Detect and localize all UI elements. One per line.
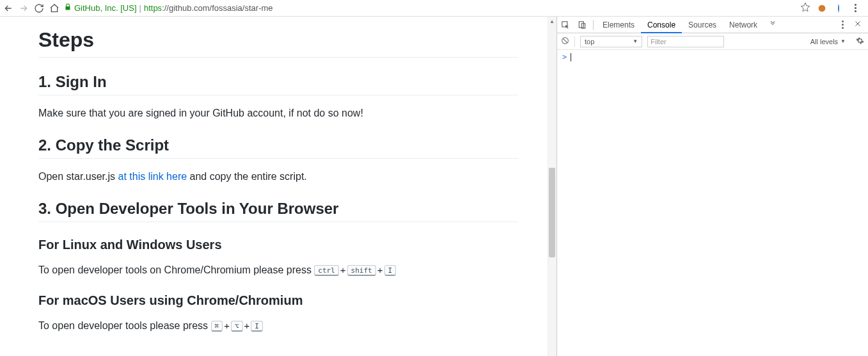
devtools-close-icon[interactable]: [854, 20, 862, 29]
back-button[interactable]: [3, 3, 14, 14]
url-text: https://github.com/fossasia/star-me: [144, 3, 273, 13]
inspect-element-icon[interactable]: [557, 17, 574, 33]
devtools-panel: Elements Console Sources Network top▼: [556, 17, 868, 356]
extension-icon-2[interactable]: [833, 3, 844, 13]
browser-menu-button[interactable]: [850, 4, 860, 12]
tabs-overflow-icon[interactable]: [764, 20, 782, 29]
scroll-up-icon[interactable]: ▲: [548, 17, 556, 26]
address-separator: |: [139, 3, 141, 13]
tab-sources[interactable]: Sources: [682, 17, 723, 33]
devtools-menu-button[interactable]: [837, 20, 848, 29]
home-button[interactable]: [49, 3, 60, 14]
kbd-key: ctrl: [314, 265, 339, 276]
security-org: GitHub, Inc. [US]: [74, 3, 137, 13]
clear-console-icon[interactable]: [561, 36, 569, 47]
tab-network[interactable]: Network: [723, 17, 764, 33]
tab-elements[interactable]: Elements: [596, 17, 641, 33]
console-settings-icon[interactable]: [856, 36, 864, 47]
scrollbar-thumb[interactable]: [549, 168, 555, 257]
devtools-tabbar: Elements Console Sources Network: [557, 17, 868, 33]
svg-rect-2: [579, 21, 583, 27]
text-cursor: [571, 53, 571, 61]
address-bar[interactable]: GitHub, Inc. [US] | https://github.com/f…: [64, 3, 796, 13]
device-toggle-icon[interactable]: [574, 17, 590, 33]
kbd-key: ⌘: [211, 321, 223, 332]
kbd-key: I: [384, 265, 397, 276]
page-title: Steps: [38, 28, 518, 58]
section-heading: 2. Copy the Script: [38, 136, 518, 159]
reload-button[interactable]: [33, 3, 45, 14]
paragraph: To open developer tools please press ⌘+⌥…: [38, 318, 518, 334]
paragraph: Open star.user.js at this link here and …: [38, 169, 518, 184]
section-heading: 3. Open Developer Tools in Your Browser: [38, 200, 518, 222]
paragraph: To open developer tools on Chrome/Chromi…: [38, 263, 518, 278]
filter-input[interactable]: Filter: [647, 36, 724, 47]
console-prompt-icon: >: [562, 53, 567, 61]
context-selector[interactable]: top▼: [580, 36, 642, 47]
kbd-key: I: [251, 321, 263, 332]
script-link[interactable]: at this link here: [118, 171, 187, 182]
chevron-down-icon: ▼: [840, 38, 846, 44]
lock-icon: [64, 3, 72, 13]
tab-console[interactable]: Console: [641, 17, 682, 33]
svg-point-0: [819, 4, 826, 12]
chevron-down-icon: ▼: [633, 38, 638, 44]
bookmark-star-icon[interactable]: [800, 2, 810, 14]
section-heading: 1. Sign In: [38, 73, 518, 95]
scrollbar[interactable]: ▲: [548, 17, 556, 356]
page-viewport: Steps 1. Sign In Make sure that you are …: [0, 17, 556, 356]
subsection-heading: For Linux and Windows Users: [38, 238, 518, 252]
browser-toolbar: GitHub, Inc. [US] | https://github.com/f…: [0, 0, 868, 17]
console-output[interactable]: >: [557, 50, 868, 356]
forward-button[interactable]: [18, 3, 29, 14]
kbd-key: shift: [347, 265, 376, 276]
console-toolbar: top▼ Filter All levels▼: [557, 33, 868, 50]
paragraph: Make sure that you are signed in your Gi…: [38, 106, 518, 121]
log-levels-selector[interactable]: All levels▼: [810, 38, 846, 45]
extension-icon-1[interactable]: [817, 3, 827, 13]
kbd-key: ⌥: [231, 321, 243, 332]
subsection-heading: For macOS Users using Chrome/Chromium: [38, 293, 518, 308]
